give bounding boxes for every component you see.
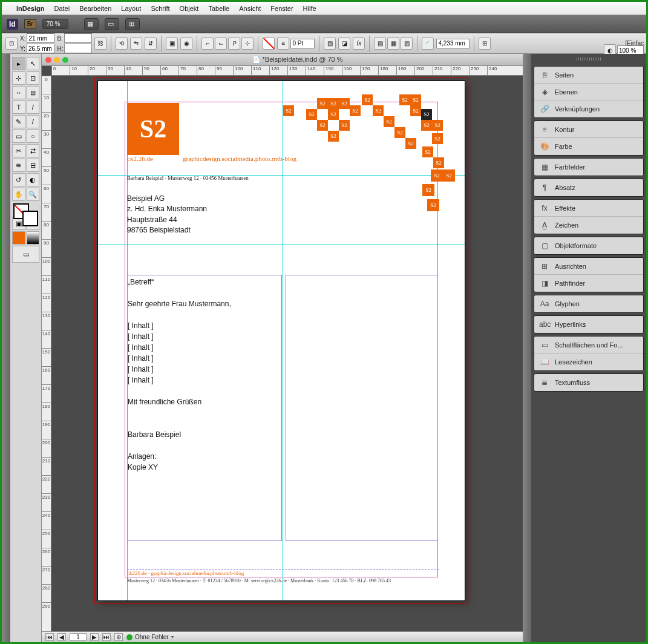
menu-ansicht[interactable]: Ansicht xyxy=(239,5,261,12)
panel-item-textumfluss[interactable]: ≣Textumfluss xyxy=(534,374,643,391)
reference-point-icon[interactable]: ⊡ xyxy=(5,38,18,50)
scissors-tool[interactable]: ✂ xyxy=(12,144,25,157)
view-options-icon[interactable]: ▦▾ xyxy=(84,18,99,30)
text-frame-right[interactable] xyxy=(286,275,438,541)
stroke-weight-input[interactable] xyxy=(290,39,315,48)
gap-tool[interactable]: ⊡ xyxy=(27,71,40,85)
panel-item-ebenen[interactable]: ◈Ebenen xyxy=(534,84,643,100)
menu-hilfe[interactable]: Hilfe xyxy=(303,5,316,12)
logo[interactable]: S2 xyxy=(127,103,179,155)
w-input[interactable] xyxy=(64,33,92,43)
prev-page-button[interactable]: ◀ xyxy=(57,633,66,641)
dropshadow-icon[interactable]: ◪ xyxy=(338,38,350,50)
menu-bearbeiten[interactable]: Bearbeiten xyxy=(79,5,111,12)
content-placer-tool[interactable]: ⊞ xyxy=(27,86,40,99)
corner2-icon[interactable]: ⌙ xyxy=(215,38,227,50)
y-input[interactable] xyxy=(27,44,54,53)
fx-icon[interactable]: fx xyxy=(353,38,365,50)
last-page-button[interactable]: ⏭ xyxy=(102,633,111,641)
zoom-select[interactable]: 70 % ▾ xyxy=(42,19,69,29)
pencil-tool[interactable]: / xyxy=(27,115,40,128)
panel-item-kontur[interactable]: ≡Kontur xyxy=(534,121,643,138)
x-input[interactable] xyxy=(27,33,54,43)
gradient-swatch-tool[interactable]: ≋ xyxy=(12,159,25,172)
panel-item-objektformate[interactable]: ▢Objektformate xyxy=(534,237,643,254)
sender-line[interactable]: Barbara Beispiel · Musterweg 12 · 03456 … xyxy=(127,175,249,181)
direct-selection-tool[interactable]: ↖ xyxy=(27,57,40,70)
menu-fenster[interactable]: Fenster xyxy=(270,5,293,12)
menu-tabelle[interactable]: Tabelle xyxy=(208,5,229,12)
panel-item-hyperlinks[interactable]: abcHyperlinks xyxy=(534,316,643,333)
panel-item-seiten[interactable]: ⎘Seiten xyxy=(534,67,643,84)
p-icon[interactable]: P xyxy=(228,38,240,50)
vertical-ruler[interactable]: 0102030405060708090100110120130140150160… xyxy=(42,76,51,631)
first-page-button[interactable]: ⏮ xyxy=(45,633,54,641)
horizontal-ruler[interactable]: 0102030405060708090100110120130140150160… xyxy=(51,66,523,76)
canvas[interactable]: S2 ck2.26.de graphicdesign.socialmedia.p… xyxy=(51,76,523,631)
hand-tool[interactable]: ✋ xyxy=(12,188,25,201)
select-container-icon[interactable]: ▣ xyxy=(166,38,178,50)
next-page-button[interactable]: ▶ xyxy=(90,633,99,641)
minimize-window-icon[interactable] xyxy=(54,57,60,63)
flip-h-icon[interactable]: ⇋ xyxy=(130,38,142,50)
arrange-icon[interactable]: ⊞▾ xyxy=(125,18,140,30)
panel-item-absatz[interactable]: ¶Absatz xyxy=(534,179,643,196)
text-frame-left[interactable]: „Betreff“ Sehr geehrte Frau Mustermann, … xyxy=(127,275,282,541)
flip-v-icon[interactable]: ⇵ xyxy=(145,38,157,50)
panel-item-farbfelder[interactable]: ▦Farbfelder xyxy=(534,159,643,176)
guide-h2[interactable] xyxy=(98,245,465,245)
effects-icon[interactable]: ▨ xyxy=(324,38,336,50)
fit-icon[interactable]: ⊞ xyxy=(479,38,491,50)
panel-item-effekte[interactable]: fxEffekte xyxy=(534,200,643,217)
free-transform-tool[interactable]: ⇄ xyxy=(27,144,40,157)
indesign-icon[interactable]: Id xyxy=(7,19,18,30)
align-obj-icon[interactable]: ⊹ xyxy=(241,38,254,50)
zoom-tool[interactable]: 🔍 xyxy=(27,188,40,201)
page-tool[interactable]: ⊹ xyxy=(12,71,25,85)
select-content-icon[interactable]: ◉ xyxy=(180,38,192,50)
menu-layout[interactable]: Layout xyxy=(121,5,141,12)
panel-item-schaltfl-chen-und-fo-[interactable]: ▭Schaltflächen und Fo... xyxy=(534,337,643,353)
fill-swatch-icon[interactable] xyxy=(263,38,275,50)
zoom-window-icon[interactable] xyxy=(62,57,68,63)
menu-objekt[interactable]: Objekt xyxy=(180,5,199,12)
panel-item-lesezeichen[interactable]: 📖Lesezeichen xyxy=(534,353,643,370)
menu-schrift[interactable]: Schrift xyxy=(151,5,169,12)
h-input[interactable] xyxy=(64,44,92,53)
view-mode-icon[interactable]: ▭ xyxy=(12,246,39,263)
panel-item-zeichen[interactable]: A̲Zeichen xyxy=(534,217,643,234)
apply-gradient-icon[interactable] xyxy=(27,231,40,245)
eyedropper-tool[interactable]: ◐ xyxy=(27,173,40,186)
panel-item-verkn-pfungen[interactable]: 🔗Verknüpfungen xyxy=(534,100,643,117)
right-gutter[interactable] xyxy=(523,54,531,642)
wrap-none-icon[interactable]: ▤ xyxy=(374,38,386,50)
stroke-color-icon[interactable] xyxy=(22,211,38,226)
app-name[interactable]: InDesign xyxy=(16,5,44,12)
footer-tagline[interactable]: ck226.de · graphicdesign.socialmedia.pho… xyxy=(127,569,439,576)
content-collector-tool[interactable]: ↔ xyxy=(12,86,25,99)
corner-icon[interactable]: ⌐ xyxy=(201,38,214,50)
type-tool[interactable]: T xyxy=(12,100,25,114)
wrap-bbox-icon[interactable]: ▦ xyxy=(387,38,399,50)
left-gutter[interactable] xyxy=(2,54,10,642)
open-preflight-button[interactable]: ⊕ xyxy=(114,633,123,641)
apply-color-icon[interactable] xyxy=(12,231,25,245)
panel-item-pathfinder[interactable]: ◨Pathfinder xyxy=(534,275,643,292)
bridge-icon[interactable]: Br xyxy=(24,19,36,28)
wrap-shape-icon[interactable]: ▧ xyxy=(401,38,413,50)
gradient-feather-tool[interactable]: ⊟ xyxy=(27,159,40,172)
selection-tool[interactable]: ▸ xyxy=(12,57,25,70)
rotate-icon[interactable]: ⟲ xyxy=(116,38,128,50)
fill-stroke-swatch[interactable] xyxy=(11,202,40,228)
note-tool[interactable]: ↺ xyxy=(12,173,25,186)
preflight-status[interactable]: Ohne Fehler ▾ xyxy=(126,634,174,640)
panel-item-farbe[interactable]: 🎨Farbe xyxy=(534,138,643,155)
address-block[interactable]: Beispiel AG z. Hd. Erika Mustermann Haup… xyxy=(127,194,207,236)
panel-item-glyphen[interactable]: AaGlyphen xyxy=(534,295,643,312)
page[interactable]: S2 ck2.26.de graphicdesign.socialmedia.p… xyxy=(97,80,465,601)
ellipse-tool[interactable]: ○ xyxy=(27,130,40,143)
page-number-field[interactable]: 1 xyxy=(70,633,87,641)
rectangle-frame-tool[interactable]: ▭ xyxy=(12,130,25,143)
corner-radius-input[interactable] xyxy=(436,39,470,48)
corner-live-icon[interactable]: ◜ xyxy=(422,38,434,50)
